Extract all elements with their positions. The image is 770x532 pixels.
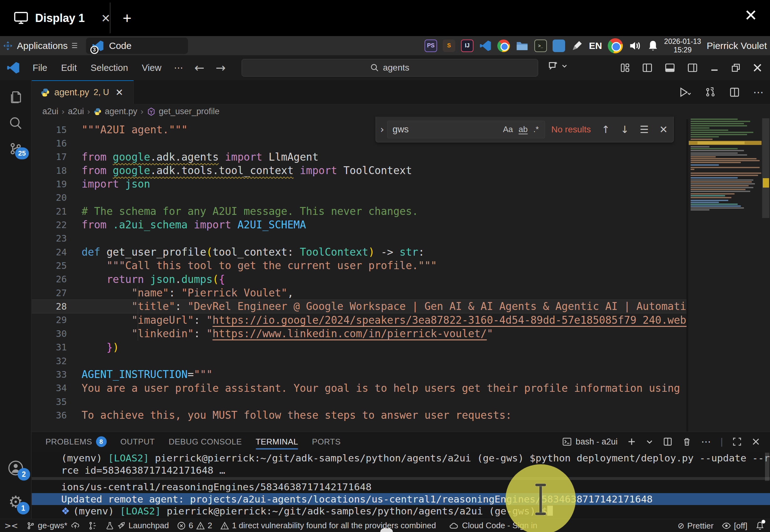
sidebar-item-source-control[interactable]: 25 <box>0 136 31 161</box>
regex-button[interactable]: .* <box>531 125 542 134</box>
code-line-33[interactable]: 33AGENT_INSTRUCTION=""" <box>32 368 687 381</box>
nav-back-icon[interactable]: ← <box>189 61 210 75</box>
panel-more-actions-icon[interactable]: ⋯ <box>701 436 711 448</box>
terminal-dropdown-icon[interactable] <box>646 438 653 445</box>
display-settings-icon[interactable] <box>553 40 565 52</box>
command-center-search[interactable]: agents <box>242 59 538 77</box>
maximize-panel-icon[interactable] <box>732 437 742 446</box>
panel-tab-debug-console[interactable]: DEBUG CONSOLE <box>168 432 242 451</box>
sidebar-item-explorer[interactable] <box>0 85 31 110</box>
customize-layout-icon[interactable] <box>620 63 630 73</box>
nav-forward-icon[interactable]: → <box>210 61 231 75</box>
terminal-instance[interactable]: bash - a2ui <box>562 437 618 447</box>
breadcrumb-a2ui[interactable]: a2ui <box>42 107 58 116</box>
code-line-26[interactable]: 26 return json.dumps({ <box>32 273 687 286</box>
launchpad-status[interactable]: Launchpad <box>105 521 169 530</box>
find-input[interactable]: gws Aa ab .* <box>387 121 545 138</box>
toggle-panel-icon[interactable] <box>665 63 675 73</box>
sidebar-item-search[interactable] <box>0 110 31 136</box>
find-previous-icon[interactable]: ↑ <box>602 124 610 136</box>
panel-tab-problems[interactable]: PROBLEMS8 <box>45 432 107 451</box>
panel-tab-output[interactable]: OUTPUT <box>120 432 155 451</box>
chrome-icon[interactable] <box>497 40 510 52</box>
display-tab-close-icon[interactable]: ✕ <box>101 12 110 25</box>
code-line-30[interactable]: 30 "linkedin": "https://www.linkedin.com… <box>32 327 687 340</box>
files-icon[interactable] <box>516 40 529 52</box>
code-line-27[interactable]: 27 "name": "Pierrick Voulet", <box>32 286 687 300</box>
code-line-22[interactable]: 22from .a2ui_schema import A2UI_SCHEMA <box>32 218 687 231</box>
toggle-secondary-sidebar-icon[interactable] <box>687 63 698 73</box>
overview-ruler[interactable] <box>762 113 770 432</box>
kill-terminal-icon[interactable] <box>682 437 692 447</box>
sublime-icon[interactable]: S <box>443 40 455 52</box>
new-terminal-icon[interactable] <box>627 437 636 446</box>
breadcrumb-symbol[interactable]: get_user_profile <box>159 107 220 116</box>
volume-icon[interactable] <box>628 40 642 52</box>
open-changes-icon[interactable] <box>705 87 716 98</box>
problems-status[interactable]: 6 2 <box>177 521 212 530</box>
display-tab[interactable]: Display 1 ✕ <box>6 4 119 32</box>
accounts-button[interactable]: 2 <box>0 455 31 481</box>
git-branch-status[interactable]: ge-gws* <box>26 521 80 530</box>
tab-close-icon[interactable]: ✕ <box>115 87 123 98</box>
menu-view[interactable]: View <box>135 60 168 76</box>
find-close-icon[interactable]: ✕ <box>659 124 668 136</box>
whole-word-button[interactable]: ab <box>516 125 531 134</box>
find-toggle-replace-icon[interactable]: › <box>376 124 387 135</box>
terminal-line[interactable]: rce id=5834638717142171648 … <box>32 464 770 476</box>
code-line-20[interactable]: 20 <box>32 191 687 205</box>
applications-menu[interactable]: Applications ☰ <box>0 36 81 55</box>
terminal-line-selected[interactable]: Updated remote agent: projects/a2ui-agen… <box>32 493 770 505</box>
menu-selection[interactable]: Selection <box>84 60 135 76</box>
notifications-icon[interactable] <box>647 40 659 52</box>
find-in-selection-icon[interactable]: ☰ <box>640 124 649 136</box>
terminal-tray-icon[interactable]: >_ <box>534 40 547 52</box>
code-line-29[interactable]: 29 "imageUrl": "https://io.google/2024/s… <box>32 313 687 327</box>
remote-indicator[interactable]: >< <box>4 521 18 530</box>
code-line-25[interactable]: 25 """Call this tool to get the current … <box>32 259 687 272</box>
minimize-icon[interactable] <box>710 63 719 72</box>
copilot-button[interactable] <box>548 60 568 72</box>
close-panel-icon[interactable] <box>751 437 761 446</box>
toggle-sidebar-icon[interactable] <box>642 63 653 73</box>
prettier-status[interactable]: ⊘ Prettier <box>678 521 714 531</box>
terminal-line[interactable]: ions/us-central1/reasoningEngines/583463… <box>32 481 770 493</box>
find-next-icon[interactable]: ↓ <box>621 124 629 136</box>
taskbar-window-code[interactable]: 3 Code <box>86 38 188 54</box>
minimap[interactable] <box>689 113 762 432</box>
tab-agent-py[interactable]: agent.py 2, U ✕ <box>32 80 134 104</box>
pycharm-icon[interactable]: PS <box>425 40 437 52</box>
code-line-17[interactable]: 17from google.adk.agents import LlmAgent <box>32 150 687 164</box>
breadcrumb-a2ui-2[interactable]: a2ui <box>68 107 84 116</box>
code-line-21[interactable]: 21# The schema for any A2UI message. Thi… <box>32 205 687 218</box>
restore-icon[interactable] <box>731 63 741 72</box>
terminal-scrollbar[interactable] <box>765 453 769 481</box>
vscode-tray-icon[interactable] <box>479 40 492 52</box>
clock[interactable]: 2026-01-13 15:29 <box>664 37 701 54</box>
close-window-icon[interactable] <box>752 63 762 73</box>
code-line-18[interactable]: 18from google.adk.tools.tool_context imp… <box>32 164 687 177</box>
menu-overflow[interactable]: ⋯ <box>168 60 189 76</box>
settings-button[interactable]: ⚙ 1 <box>0 489 31 514</box>
code-line-19[interactable]: 19import json <box>32 177 687 191</box>
match-case-button[interactable]: Aa <box>500 125 516 134</box>
code-line-32[interactable]: 32 <box>32 354 687 368</box>
keyboard-layout[interactable]: EN <box>589 40 602 51</box>
terminal-line[interactable]: (myenv) [LOAS2] pierrick@pierrick:~/git/… <box>32 452 770 464</box>
menu-file[interactable]: File <box>26 60 54 76</box>
editor-more-actions-icon[interactable]: ⋯ <box>753 86 764 98</box>
split-terminal-icon[interactable] <box>663 437 673 446</box>
git-compare-status[interactable] <box>88 521 97 530</box>
new-display-button[interactable]: + <box>116 6 138 30</box>
scrollbar-thumb[interactable] <box>762 118 769 218</box>
terminal-output[interactable]: (myenv) [LOAS2] pierrick@pierrick:~/git/… <box>32 452 770 519</box>
code-line-31[interactable]: 31 }) <box>32 341 687 354</box>
pen-icon[interactable] <box>571 40 583 52</box>
vulnerability-status[interactable]: 1 direct vulnerability found for all the… <box>220 521 436 530</box>
panel-tab-terminal[interactable]: TERMINAL <box>256 432 298 451</box>
notifications-bell[interactable] <box>756 521 764 530</box>
split-editor-icon[interactable] <box>729 87 740 98</box>
code-line-35[interactable]: 35 <box>32 395 687 408</box>
code-line-36[interactable]: 36To achieve this, you MUST follow these… <box>32 408 687 422</box>
code-line-34[interactable]: 34You are a user profile assistant. Your… <box>32 381 687 395</box>
